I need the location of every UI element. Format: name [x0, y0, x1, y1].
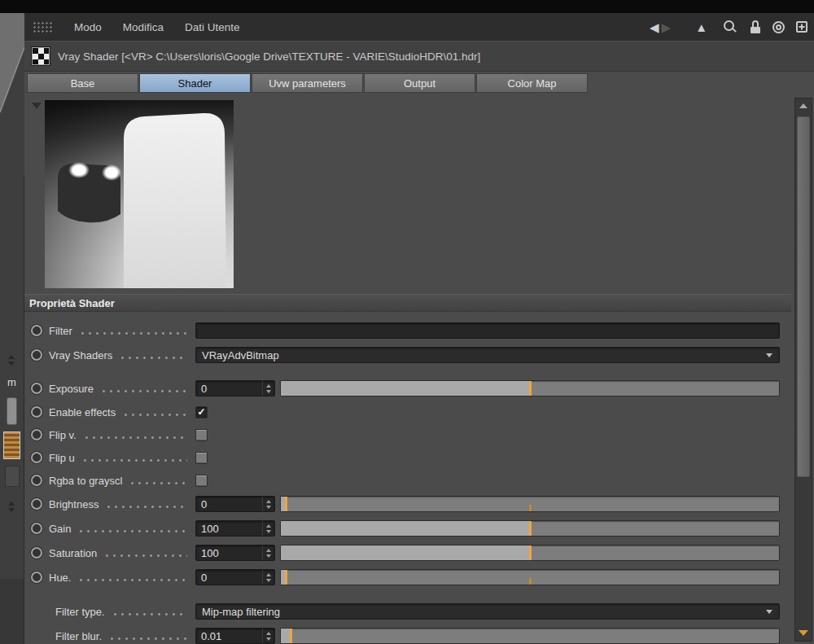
- attribute-manager: Modo Modifica Dati Utente ◀ ▶ ▲ Vray Sha: [24, 13, 814, 644]
- tab-base[interactable]: Base: [27, 73, 138, 93]
- keyframe-circle-icon[interactable]: [31, 406, 42, 418]
- flip-u-checkbox[interactable]: [195, 452, 208, 464]
- scrollbar-thumb[interactable]: [797, 116, 810, 477]
- param-row-vray-shaders: Vray Shaders VRayAdvBitmap: [24, 343, 791, 367]
- saturation-spinner[interactable]: 100: [195, 545, 275, 561]
- keyframe-circle-icon[interactable]: [31, 498, 42, 510]
- keyframe-circle-icon[interactable]: [31, 452, 42, 463]
- tab-uvw-parameters[interactable]: Uvw parameters: [252, 73, 363, 93]
- keyframe-circle-icon[interactable]: [31, 523, 42, 534]
- keyframe-circle-icon[interactable]: [31, 429, 42, 440]
- exposure-slider[interactable]: [280, 380, 780, 396]
- keyframe-circle-icon[interactable]: [31, 572, 42, 583]
- left-strip: m: [0, 13, 24, 644]
- saturation-slider[interactable]: [280, 545, 780, 561]
- vray-shaders-label: Vray Shaders: [49, 349, 112, 361]
- spinner-arrows-icon[interactable]: [262, 381, 274, 396]
- title-bar: Vray Shader [<VR> C:\Users\loris\Google …: [24, 41, 814, 72]
- filter-input[interactable]: [195, 322, 780, 339]
- brightness-value[interactable]: 0: [196, 497, 262, 511]
- top-edge: [0, 0, 814, 13]
- spinner-arrows-icon[interactable]: [262, 629, 274, 643]
- menu-icon-group: ◀ ▶ ▲: [650, 13, 807, 41]
- chevron-down-icon: [766, 353, 772, 357]
- exposure-label: Exposure: [49, 383, 94, 395]
- keyframe-circle-icon[interactable]: [31, 475, 42, 486]
- vray-shaders-dropdown[interactable]: VRayAdvBitmap: [195, 347, 780, 363]
- up-icon[interactable]: ▲: [695, 21, 707, 33]
- filter-blur-value[interactable]: 0.01: [196, 629, 262, 643]
- dot-leader: [119, 343, 187, 367]
- flip-u-label: Flip u: [49, 452, 75, 464]
- scroll-down-icon[interactable]: [795, 626, 812, 639]
- vertical-scrollbar[interactable]: [794, 98, 812, 642]
- spinner-arrows-icon[interactable]: [262, 570, 274, 585]
- param-row-rgba-to-grayscl: Rgba to grayscl: [24, 469, 791, 492]
- strip-icon[interactable]: [5, 466, 20, 487]
- tab-bar: Base Shader Uvw parameters Output Color …: [24, 72, 814, 95]
- keyframe-circle-icon[interactable]: [31, 547, 42, 559]
- search-icon[interactable]: [724, 20, 737, 33]
- collapse-arrow-icon[interactable]: [32, 103, 42, 109]
- checkerboard-shader-icon: [32, 47, 50, 65]
- strip-scrollbar-thumb[interactable]: [7, 397, 17, 425]
- material-thumbnail-icon[interactable]: [3, 432, 20, 459]
- keyframe-circle-icon[interactable]: [31, 383, 42, 394]
- record-icon[interactable]: [772, 21, 785, 33]
- hue-label: Hue.: [49, 572, 71, 584]
- param-row-flip-v: Flip v.: [24, 423, 791, 446]
- back-icon[interactable]: ◀: [650, 21, 659, 33]
- param-row-exposure: Exposure 0: [24, 376, 791, 401]
- keyframe-circle-icon[interactable]: [31, 349, 42, 361]
- enable-effects-label: Enable effects: [49, 406, 116, 418]
- hue-spinner[interactable]: 0: [195, 569, 275, 585]
- rgba-to-grayscl-checkbox[interactable]: [195, 475, 208, 487]
- strip-spinner-icon[interactable]: [8, 502, 15, 512]
- menu-modifica[interactable]: Modifica: [112, 13, 174, 41]
- exposure-value[interactable]: 0: [196, 381, 262, 396]
- forward-icon[interactable]: ▶: [662, 21, 672, 33]
- hue-slider[interactable]: [280, 569, 780, 585]
- exposure-spinner[interactable]: 0: [195, 380, 275, 396]
- spinner-arrows-icon[interactable]: [262, 497, 274, 511]
- spinner-arrows-icon[interactable]: [262, 545, 274, 560]
- flip-v-checkbox[interactable]: [195, 429, 208, 441]
- filter-blur-slider[interactable]: [280, 628, 780, 644]
- filter-type-label: Filter type.: [55, 606, 105, 618]
- grip-icon[interactable]: [33, 21, 54, 33]
- brightness-slider[interactable]: [280, 496, 780, 512]
- filter-type-value: Mip-map filtering: [196, 606, 766, 618]
- menu-bar: Modo Modifica Dati Utente ◀ ▶ ▲: [24, 13, 814, 41]
- dot-leader: [108, 624, 187, 644]
- dot-leader: [77, 565, 187, 589]
- filter-blur-spinner[interactable]: 0.01: [195, 628, 275, 644]
- menu-dati-utente[interactable]: Dati Utente: [174, 13, 251, 41]
- keyframe-circle-icon[interactable]: [31, 325, 42, 336]
- param-row-flip-u: Flip u: [24, 446, 791, 469]
- strip-spinner-icon[interactable]: [8, 355, 15, 366]
- strip-bottom: [0, 579, 24, 644]
- lock-icon[interactable]: [750, 20, 761, 33]
- saturation-value[interactable]: 100: [196, 545, 262, 560]
- filter-type-dropdown[interactable]: Mip-map filtering: [195, 603, 780, 620]
- filter-label: Filter: [49, 325, 72, 337]
- add-icon[interactable]: [796, 21, 807, 33]
- param-row-filter-type: Filter type. Mip-map filtering: [24, 599, 791, 624]
- gain-value[interactable]: 100: [196, 521, 262, 536]
- tab-shader[interactable]: Shader: [139, 73, 251, 93]
- menu-modo[interactable]: Modo: [63, 13, 112, 41]
- enable-effects-checkbox[interactable]: ✓: [195, 406, 208, 418]
- hue-value[interactable]: 0: [196, 570, 262, 585]
- tab-output[interactable]: Output: [364, 73, 475, 93]
- dot-leader: [83, 423, 187, 446]
- strip-label: m: [7, 376, 16, 388]
- dot-leader: [112, 599, 187, 624]
- gain-slider[interactable]: [280, 520, 780, 537]
- section-title: Proprietà Shader: [29, 297, 115, 309]
- brightness-spinner[interactable]: 0: [195, 496, 275, 512]
- gain-spinner[interactable]: 100: [195, 520, 275, 537]
- tab-color-map[interactable]: Color Map: [476, 73, 588, 93]
- spinner-arrows-icon[interactable]: [262, 521, 274, 536]
- shader-properties-panel: Proprietà Shader Filter: [24, 95, 791, 644]
- scroll-up-icon[interactable]: [795, 99, 812, 113]
